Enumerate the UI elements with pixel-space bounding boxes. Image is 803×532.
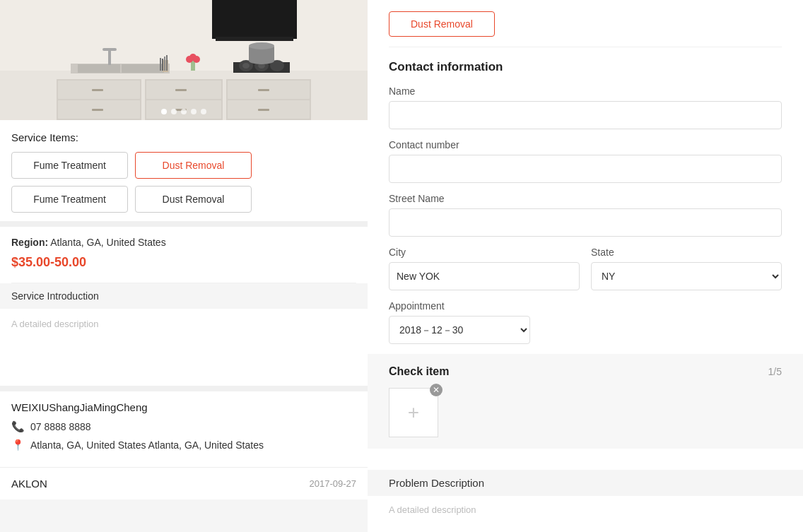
svg-rect-37 xyxy=(92,89,103,91)
city-label: City xyxy=(389,247,580,258)
check-item-section: Check item 1/5 + ✕ xyxy=(368,354,803,449)
location-icon: 📍 xyxy=(11,439,25,451)
service-btn-fume-1[interactable]: Fume Treatment xyxy=(11,152,128,179)
svg-rect-39 xyxy=(175,89,187,91)
name-input[interactable] xyxy=(389,101,782,129)
svg-rect-31 xyxy=(164,57,165,71)
svg-rect-1 xyxy=(0,0,368,71)
svg-rect-38 xyxy=(92,109,103,111)
image-dots xyxy=(161,109,206,114)
company-address: Atlanta, GA, United States Atlanta, GA, … xyxy=(30,439,264,451)
price-text: $35.00-50.00 xyxy=(11,248,356,273)
state-label: State xyxy=(591,247,782,258)
company-address-row: 📍 Atlanta, GA, United States Atlanta, GA… xyxy=(11,439,356,451)
svg-rect-24 xyxy=(216,37,293,41)
aklon-date: 2017-09-27 xyxy=(310,478,357,489)
service-btn-dust-1[interactable]: Dust Removal xyxy=(135,152,252,179)
check-item-image-wrap: + ✕ xyxy=(389,388,438,437)
problem-desc-header: Problem Description xyxy=(368,470,803,496)
region-section: Region: Atlanta, GA, United States $35.0… xyxy=(11,227,356,283)
name-group: Name xyxy=(389,85,782,129)
appointment-label: Appointment xyxy=(389,300,782,312)
check-item-header: Check item 1/5 xyxy=(389,365,782,378)
contact-section: Contact information Name Contact number … xyxy=(389,47,782,344)
region-text: Region: Atlanta, GA, United States xyxy=(11,237,356,248)
problem-desc-placeholder: A detailed description xyxy=(389,504,782,515)
svg-rect-42 xyxy=(258,109,269,111)
service-items-label: Service Items: xyxy=(11,131,356,143)
right-panel: Dust Removal Contact information Name Co… xyxy=(368,0,803,532)
street-name-label: Street Name xyxy=(389,193,782,204)
contact-section-title: Contact information xyxy=(389,60,782,74)
state-group: State NY CA TX xyxy=(591,247,782,290)
street-name-group: Street Name xyxy=(389,193,782,237)
remove-badge[interactable]: ✕ xyxy=(430,384,442,396)
service-btn-dust-2[interactable]: Dust Removal xyxy=(135,186,252,213)
svg-rect-32 xyxy=(166,55,168,71)
svg-rect-41 xyxy=(258,89,269,91)
dot-5[interactable] xyxy=(201,109,206,114)
check-item-count: 1/5 xyxy=(768,366,782,377)
region-label: Region: xyxy=(11,237,48,248)
appointment-select[interactable]: 2018－12－30 2019－01－05 xyxy=(389,316,530,344)
right-content: Dust Removal Contact information Name Co… xyxy=(368,0,803,532)
contact-number-group: Contact number xyxy=(389,139,782,183)
company-name: WEIXIUShangJiaMingCheng xyxy=(11,401,356,413)
appointment-group: Appointment 2018－12－30 2019－01－05 xyxy=(389,300,782,344)
service-btn-fume-2[interactable]: Fume Treatment xyxy=(11,186,128,213)
phone-icon: 📞 xyxy=(11,420,25,433)
problem-desc-section: Problem Description A detailed descripti… xyxy=(368,459,803,529)
city-input[interactable] xyxy=(389,262,580,290)
dot-1[interactable] xyxy=(161,109,167,114)
svg-rect-23 xyxy=(212,0,297,39)
street-name-input[interactable] xyxy=(389,208,782,237)
dust-removal-btn-wrap: Dust Removal xyxy=(389,0,782,47)
svg-point-19 xyxy=(242,63,250,69)
contact-number-input[interactable] xyxy=(389,155,782,183)
svg-rect-13 xyxy=(78,64,120,73)
aklon-name: AKLON xyxy=(11,478,47,490)
city-state-row: City State NY CA TX xyxy=(389,247,782,300)
company-phone-row: 📞 07 8888 8888 xyxy=(11,420,356,433)
left-panel: Service Items: Fume Treatment Dust Remov… xyxy=(0,0,368,532)
contact-number-label: Contact number xyxy=(389,139,782,150)
svg-rect-30 xyxy=(162,59,163,71)
company-section: WEIXIUShangJiaMingCheng 📞 07 8888 8888 📍… xyxy=(11,391,356,467)
service-intro-body: A detailed description xyxy=(11,309,356,386)
svg-point-27 xyxy=(249,42,274,49)
svg-rect-29 xyxy=(160,58,161,71)
svg-rect-14 xyxy=(122,64,164,73)
region-value: Atlanta, GA, United States xyxy=(50,237,165,248)
service-items-section: Service Items: Fume Treatment Dust Remov… xyxy=(11,120,356,221)
service-intro-placeholder: A detailed description xyxy=(11,319,99,329)
service-intro-header: Service Introduction xyxy=(0,283,368,309)
dust-removal-button[interactable]: Dust Removal xyxy=(389,11,495,37)
svg-rect-15 xyxy=(108,49,111,65)
dot-2[interactable] xyxy=(171,109,177,114)
dot-3[interactable] xyxy=(181,109,187,114)
service-intro-section: Service Introduction A detailed descript… xyxy=(11,283,356,386)
state-select[interactable]: NY CA TX xyxy=(591,262,782,290)
check-item-image[interactable]: + xyxy=(389,388,438,437)
city-group: City xyxy=(389,247,580,290)
service-items-grid: Fume Treatment Dust Removal Fume Treatme… xyxy=(11,152,252,213)
name-label: Name xyxy=(389,85,782,97)
dot-4[interactable] xyxy=(191,109,197,114)
divider-2 xyxy=(0,386,368,391)
svg-point-36 xyxy=(193,56,200,63)
aklon-section: AKLON 2017-09-27 xyxy=(11,468,356,500)
plus-icon: + xyxy=(408,403,419,422)
company-phone: 07 8888 8888 xyxy=(30,421,91,432)
check-item-title: Check item xyxy=(389,365,449,378)
svg-rect-16 xyxy=(102,48,117,51)
divider-1 xyxy=(0,221,368,227)
kitchen-image xyxy=(0,0,368,120)
